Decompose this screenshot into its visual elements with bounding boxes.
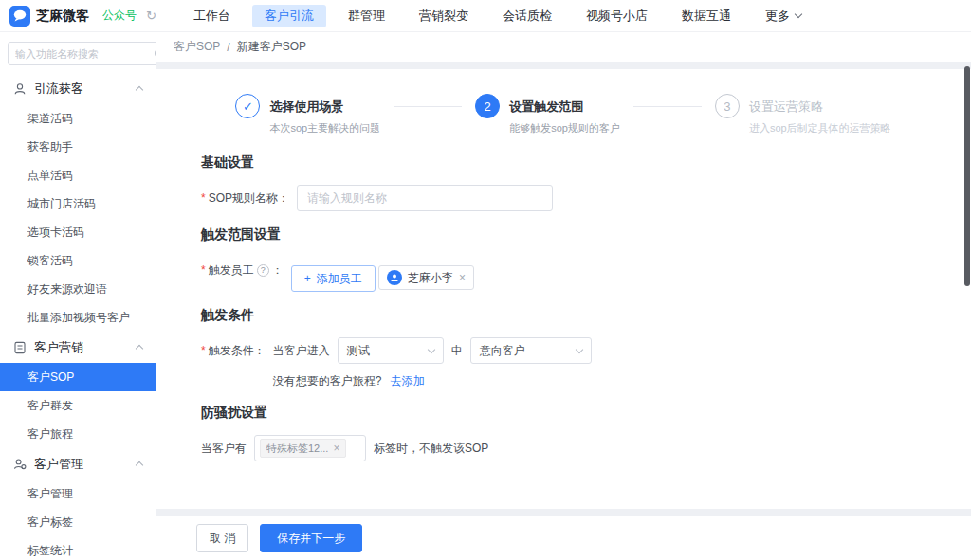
step-desc: 进入sop后制定具体的运营策略 [749,121,891,135]
journey-select-value: 测试 [347,343,370,359]
rule-name-label-text: SOP规则名称： [209,190,289,207]
nav-customer-acquisition[interactable]: 客户引流 [252,5,326,27]
sidebar-item-city-store-live-code[interactable]: 城市门店活码 [0,190,156,218]
step-text: 设置触发范围 能够触发sop规则的客户 [509,94,620,135]
chat-bubble-logo-icon [9,6,30,27]
section-title-customer-marketing: 客户营销 [34,339,83,356]
nav-more[interactable]: 更多 [753,5,814,27]
step-desc: 本次sop主要解决的问题 [269,121,380,135]
section-title-customer-management: 客户管理 [34,456,83,473]
add-journey-link[interactable]: 去添加 [391,374,425,388]
search-input[interactable] [15,48,150,60]
step-number: 2 [475,94,500,118]
section-basic-settings: 基础设置 [201,154,925,172]
section-trigger-scope: 触发范围设置 [201,226,925,244]
nav-workbench[interactable]: 工作台 [181,5,243,27]
nav-session-quality-check[interactable]: 会话质检 [490,5,564,27]
nav-data-interchange[interactable]: 数据互通 [669,5,743,27]
journey-hint-row: 没有想要的客户旅程? 去添加 [273,373,599,389]
step-set-operation-strategy: 3 设置运营策略 进入sop后制定具体的运营策略 [715,94,891,135]
condition-label-text: 触发条件： [209,343,266,359]
step-set-trigger-scope: 2 设置触发范围 能够触发sop规则的客户 [475,94,620,135]
main-nav: 工作台 客户引流 群管理 营销裂变 会话质检 视频号小店 数据互通 更多 [181,5,814,27]
journey-select[interactable]: 测试 [338,337,444,364]
plus-icon: + [304,272,311,285]
section-trigger-condition: 触发条件 [201,307,925,324]
user-icon [13,82,27,96]
condition-label: * 触发条件： [201,337,266,364]
nav-group-management[interactable]: 群管理 [336,5,397,27]
remove-tag-icon[interactable]: × [333,443,339,454]
app-logo[interactable]: 芝麻微客 [9,6,89,27]
sidebar: 引流获客 渠道活码 获客助手 点单活码 城市门店活码 选项卡活码 锁客活码 好友… [0,32,156,560]
sidebar-item-customer-management[interactable]: 客户管理 [0,479,156,508]
sidebar-item-batch-add-video-customers[interactable]: 批量添加视频号客户 [0,303,156,332]
sidebar-search-row [0,32,156,71]
step-text: 选择使用场景 本次sop主要解决的问题 [269,94,380,135]
remove-staff-icon[interactable]: × [459,272,466,283]
sidebar-item-customer-journey[interactable]: 客户旅程 [0,420,156,448]
anti-disturb-row: 当客户有 特殊标签12... × 标签时，不触发该SOP [201,435,925,461]
sidebar-item-customer-mass-send[interactable]: 客户群发 [0,391,156,420]
sidebar-item-lock-customer-live-code[interactable]: 锁客活码 [0,246,156,275]
nav-video-channel-shop[interactable]: 视频号小店 [574,5,660,27]
step-title: 设置运营策略 [749,94,891,116]
trigger-condition-row: * 触发条件： 当客户进入 测试 中 意向客户 [201,337,925,389]
document-icon [13,341,27,354]
breadcrumb: 客户SOP / 新建客户SOP [156,32,971,62]
cancel-button[interactable]: 取 消 [196,524,248,552]
required-asterisk: * [201,263,206,277]
staff-avatar-icon [387,270,402,285]
required-asterisk: * [201,191,206,205]
sidebar-item-acquisition-assistant[interactable]: 获客助手 [0,133,156,161]
trigger-staff-label: * 触发员工 ? ： [201,257,284,283]
stage-select[interactable]: 意向客户 [470,337,592,364]
brand-name: 芝麻微客 [36,8,89,25]
staff-tag: 芝麻小李 × [378,265,474,290]
sidebar-item-order-live-code[interactable]: 点单活码 [0,161,156,190]
trigger-staff-controls: + 添加员工 芝麻小李 × [291,257,474,292]
sop-form-card: ✓ 选择使用场景 本次sop主要解决的问题 2 设置触发范围 能够触发sop规则… [156,69,971,509]
help-icon[interactable]: ? [257,264,269,277]
exclude-tag-label: 特殊标签12... [266,442,328,456]
sidebar-item-customer-tags[interactable]: 客户标签 [0,508,156,536]
breadcrumb-parent[interactable]: 客户SOP [174,39,220,55]
save-next-button[interactable]: 保存并下一步 [260,524,362,552]
exclude-tags-input[interactable]: 特殊标签12... × [254,435,366,461]
sidebar-section-acquisition[interactable]: 引流获客 [0,73,156,104]
refresh-icon[interactable]: ↻ [146,9,156,23]
rule-name-input[interactable] [297,185,553,211]
trigger-staff-label-text: 触发员工 [209,262,254,279]
sidebar-item-customer-sop[interactable]: 客户SOP [0,363,156,391]
step-number: 3 [715,94,740,118]
sidebar-item-friend-source-welcome[interactable]: 好友来源欢迎语 [0,275,156,303]
sidebar-item-tag-statistics[interactable]: 标签统计 [0,536,156,560]
step-text: 设置运营策略 进入sop后制定具体的运营策略 [749,94,891,135]
staff-name: 芝麻小李 [408,270,453,286]
vertical-scrollbar[interactable] [964,66,970,286]
anti-disturb-suffix: 标签时，不触发该SOP [374,441,488,457]
official-account-link[interactable]: 公众号 [102,8,137,24]
rule-name-label: * SOP规则名称： [201,185,289,211]
required-asterisk: * [201,344,206,357]
chevron-down-icon [795,10,802,18]
stage-select-value: 意向客户 [480,343,525,359]
chevron-down-icon [427,345,434,352]
sidebar-search[interactable] [8,42,156,65]
chevron-down-icon [575,345,582,352]
section-title-acquisition: 引流获客 [34,81,83,98]
rule-name-row: * SOP规则名称： [201,185,925,211]
anti-disturb-line: 当客户有 特殊标签12... × 标签时，不触发该SOP [201,435,488,461]
label-colon: ： [272,262,284,279]
section-anti-disturb: 防骚扰设置 [201,405,925,422]
step-title: 设置触发范围 [509,94,620,116]
nav-marketing-fission[interactable]: 营销裂变 [407,5,481,27]
sidebar-section-customer-management[interactable]: 客户管理 [0,448,156,479]
sidebar-section-customer-marketing[interactable]: 客户营销 [0,332,156,363]
add-staff-button[interactable]: + 添加员工 [291,265,376,292]
sidebar-item-tab-live-code[interactable]: 选项卡活码 [0,218,156,246]
chevron-up-icon [136,344,143,352]
stepper: ✓ 选择使用场景 本次sop主要解决的问题 2 设置触发范围 能够触发sop规则… [201,81,925,151]
sidebar-item-channel-live-code[interactable]: 渠道活码 [0,104,156,133]
condition-prefix: 当客户进入 [273,343,330,359]
